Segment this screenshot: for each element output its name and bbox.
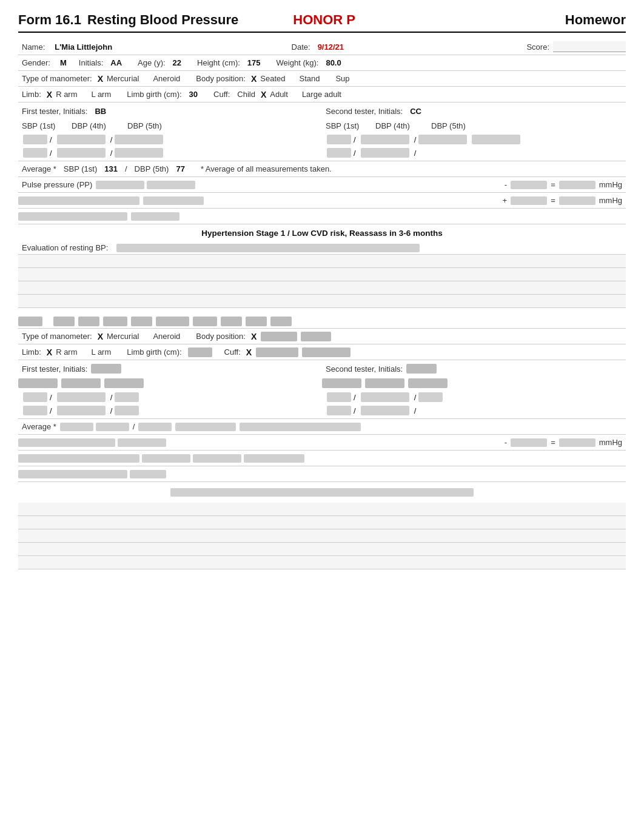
girth1-label: Limb girth (cm): bbox=[127, 90, 181, 99]
map1-plus: + bbox=[503, 196, 508, 205]
t1s1-sbp bbox=[327, 135, 351, 144]
tester1-sbp-header: SBP (1st) bbox=[22, 121, 64, 130]
tester2-data-row2: / / bbox=[23, 404, 322, 417]
gender-label: Gender: bbox=[22, 58, 50, 67]
adult1-label: Adult bbox=[270, 90, 288, 99]
t2d2-sbp bbox=[23, 406, 47, 415]
bp-class2-hyper-row bbox=[18, 485, 626, 500]
manometer1-row: Type of manometer: X Mercurial Aneroid B… bbox=[18, 71, 626, 87]
tester1-dbp5-header: DBP (5th) bbox=[127, 121, 176, 130]
tester1-dbp5-header2: DBP (5th) bbox=[431, 121, 480, 130]
name-row: Name: L'Mia Littlejohn Date: 9/12/21 Sco… bbox=[18, 39, 626, 55]
avg1-note: * Average of all measurements taken. bbox=[201, 164, 332, 173]
first-tester1-label: First tester, Initials: bbox=[22, 107, 87, 116]
pulse2-unit: mmHg bbox=[599, 438, 622, 447]
second-tester1-label: Second tester, Initials: bbox=[326, 107, 403, 116]
sup1-label: Sup bbox=[335, 74, 349, 83]
avg1-sbp-label: SBP (1st) bbox=[64, 164, 97, 173]
t2d2-dbp4 bbox=[57, 406, 106, 415]
s2-name7 bbox=[193, 317, 217, 326]
tester2-section: First tester, Initials: / / / / Second t… bbox=[18, 360, 626, 419]
average2-row: Average * / bbox=[18, 419, 626, 435]
pulse1-label: Pulse pressure (PP) bbox=[22, 180, 92, 189]
tester2-second-row: Second tester, Initials: bbox=[322, 361, 626, 376]
girth1-value: 30 bbox=[189, 90, 198, 99]
homewor-label: Homewor bbox=[565, 12, 626, 28]
t2s-dbp4-h bbox=[365, 378, 404, 388]
manometer2-label: Type of manometer: bbox=[22, 332, 92, 341]
map2-text bbox=[18, 454, 139, 463]
tester2-second-data-row2: / / bbox=[327, 404, 626, 417]
map1-text bbox=[18, 196, 139, 205]
tester1-second-data-row1: / / bbox=[327, 133, 626, 146]
avg2-extra bbox=[240, 423, 361, 431]
t1s1-dbp4 bbox=[361, 135, 409, 144]
name-label: Name: bbox=[22, 42, 45, 52]
limb1-row: Limb: X R arm L arm Limb girth (cm): 30 … bbox=[18, 87, 626, 102]
t1s2-sbp bbox=[327, 148, 351, 158]
manometer2-row: Type of manometer: X Mercurial Aneroid B… bbox=[18, 329, 626, 344]
bp-class2-hyper bbox=[170, 488, 474, 497]
t1d2-dbp5 bbox=[115, 148, 163, 158]
aneroid2-label: Aneroid bbox=[153, 332, 180, 341]
tester2-data-row1: / / bbox=[23, 391, 322, 404]
tester1-dbp4-header2: DBP (4th) bbox=[375, 121, 424, 130]
eval1-text bbox=[116, 244, 420, 252]
eval1-row: Evaluation of resting BP: bbox=[18, 241, 626, 255]
name-value: L'Mia Littlejohn bbox=[55, 42, 112, 52]
seated1-label: Seated bbox=[260, 74, 285, 83]
section2-start bbox=[18, 314, 626, 329]
tester1-headers-row: SBP (1st) DBP (4th) DBP (5th) bbox=[18, 118, 322, 133]
map1-unit: mmHg bbox=[599, 196, 622, 205]
cuff2-type bbox=[256, 347, 298, 357]
s2-name5 bbox=[131, 317, 152, 326]
bp-class-val bbox=[131, 212, 179, 221]
tester1-data-row1: / / bbox=[23, 133, 322, 146]
s2-name2 bbox=[53, 317, 75, 326]
tester1-second-headers: SBP (1st) DBP (4th) DBP (5th) bbox=[322, 118, 626, 133]
t1d1-dbp4 bbox=[57, 135, 106, 144]
t2d2-dbp5 bbox=[115, 406, 139, 415]
t2d1-sbp bbox=[23, 392, 47, 402]
s2-name8 bbox=[221, 317, 242, 326]
score-label: Score: bbox=[526, 42, 549, 52]
t1d2-sbp bbox=[23, 148, 47, 158]
tester2-first-col: First tester, Initials: / / / / bbox=[18, 361, 322, 417]
eval2-line3 bbox=[18, 529, 626, 543]
eval2-line4 bbox=[18, 543, 626, 556]
height-label: Height (cm): bbox=[197, 58, 240, 67]
score-field[interactable] bbox=[553, 41, 626, 52]
map1-equals: = bbox=[551, 196, 555, 205]
avg1-dbp-value: 77 bbox=[176, 164, 184, 173]
t1s1-extra bbox=[472, 135, 520, 144]
bp-class2-text bbox=[18, 470, 127, 478]
body-position2-label: Body position: bbox=[196, 332, 246, 341]
aneroid1-label: Aneroid bbox=[153, 74, 180, 83]
pulse1-field bbox=[511, 181, 547, 189]
avg2-note bbox=[175, 423, 236, 431]
tester1-first-col: First tester, Initials: BB SBP (1st) DBP… bbox=[18, 104, 322, 159]
page-header: Form 16.1 Resting Blood Pressure HONOR P… bbox=[18, 12, 626, 33]
second-tester2-val bbox=[406, 364, 437, 374]
limb2-row: Limb: X R arm L arm Limb girth (cm): Cuf… bbox=[18, 344, 626, 360]
stand1-label: Stand bbox=[299, 74, 320, 83]
eval1-line4 bbox=[18, 281, 626, 295]
pulse2-row: - = mmHg bbox=[18, 435, 626, 451]
tester2-first-row: First tester, Initials: bbox=[18, 361, 322, 376]
tester1-second-row: Second tester, Initials: CC bbox=[322, 104, 626, 118]
x-adult1: X bbox=[261, 90, 266, 99]
body-position1-label: Body position: bbox=[196, 74, 246, 83]
larm1-label: L arm bbox=[92, 90, 112, 99]
pulse1-row: Pulse pressure (PP) - = mmHg bbox=[18, 177, 626, 193]
tester1-section: First tester, Initials: BB SBP (1st) DBP… bbox=[18, 102, 626, 161]
t1d1-sbp bbox=[23, 135, 47, 144]
avg1-slash: / bbox=[125, 164, 127, 173]
pulse1-val2 bbox=[147, 181, 195, 189]
first-tester1-initials: BB bbox=[95, 107, 106, 116]
bp-class-row bbox=[18, 209, 626, 224]
t2-dbp4-h bbox=[61, 378, 101, 388]
mercurial2-label: Mercurial bbox=[107, 332, 139, 341]
initials-value: AA bbox=[110, 58, 122, 67]
rarm1-label: R arm bbox=[56, 90, 77, 99]
x-mercurial1: X bbox=[98, 74, 103, 84]
